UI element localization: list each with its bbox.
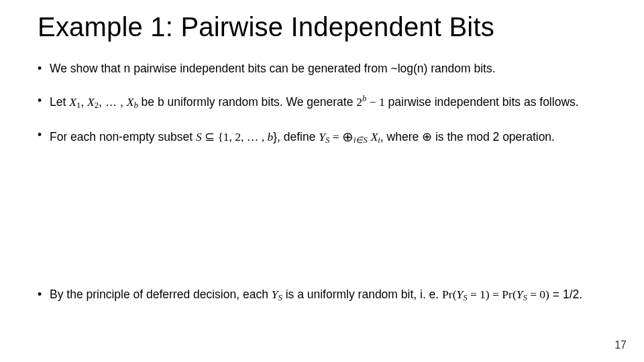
b3-S: S <box>196 130 202 143</box>
bullet-list: We show that n pairwise independent bits… <box>38 61 606 304</box>
bullet-3: For each non-empty subset S ⊆ {1, 2, … ,… <box>38 127 606 146</box>
b2-X1: X <box>69 95 76 109</box>
b3-X: X <box>371 130 378 143</box>
b2-dots: , … , <box>99 95 127 109</box>
b2-X2: X <box>87 95 95 109</box>
b4-Y3: Y <box>517 288 523 301</box>
b2-minus1: − 1 <box>366 95 384 109</box>
b2-t3: pairwise independent bits as follows. <box>385 95 579 109</box>
b2-c1: , <box>80 95 87 109</box>
xor-icon-2: ⊕ <box>422 130 432 143</box>
xor-icon: ⊕ <box>342 129 354 144</box>
b4-t1: By the principle of deferred decision, e… <box>50 288 272 301</box>
bullet-2: Let X1, X2, … , Xb be b uniformly random… <box>38 93 606 111</box>
b4-Pr2: Pr <box>502 288 513 301</box>
b3-t3: is the mod 2 operation. <box>432 130 555 143</box>
b3-sumsub: i∈S <box>354 135 368 145</box>
b4-tail: = 1/2. <box>549 288 582 301</box>
b4-eq0: = 0) <box>527 288 549 301</box>
b3-b: b <box>267 130 273 143</box>
b4-eq1: = 1) = <box>468 288 502 301</box>
bullet-1: We show that n pairwise independent bits… <box>38 61 606 77</box>
b3-subset: ⊆ {1, 2, … , <box>202 130 268 143</box>
b3-Y: Y <box>319 130 325 143</box>
b3-t2: , where <box>380 130 422 143</box>
bullet-4: By the principle of deferred decision, e… <box>38 287 606 304</box>
b2-two: 2 <box>356 95 362 109</box>
b4-Pr: Pr <box>442 288 453 301</box>
slide: Example 1: Pairwise Independent Bits We … <box>0 0 644 362</box>
b2-t2: be b uniformly random bits. We generate <box>138 95 357 109</box>
b3-t1: For each non-empty subset <box>50 130 196 143</box>
slide-title: Example 1: Pairwise Independent Bits <box>38 12 606 42</box>
b3-eq: = <box>329 130 342 143</box>
b2-t1: Let <box>50 95 69 109</box>
b4-t2: is a uniformly random bit, i. e. <box>282 288 442 301</box>
page-number: 17 <box>614 339 627 351</box>
b4-Y2: Y <box>456 288 463 301</box>
b3-close: }, define <box>273 130 319 143</box>
b2-Xb: X <box>127 95 134 109</box>
bullet-1-text: We show that n pairwise independent bits… <box>50 62 496 75</box>
